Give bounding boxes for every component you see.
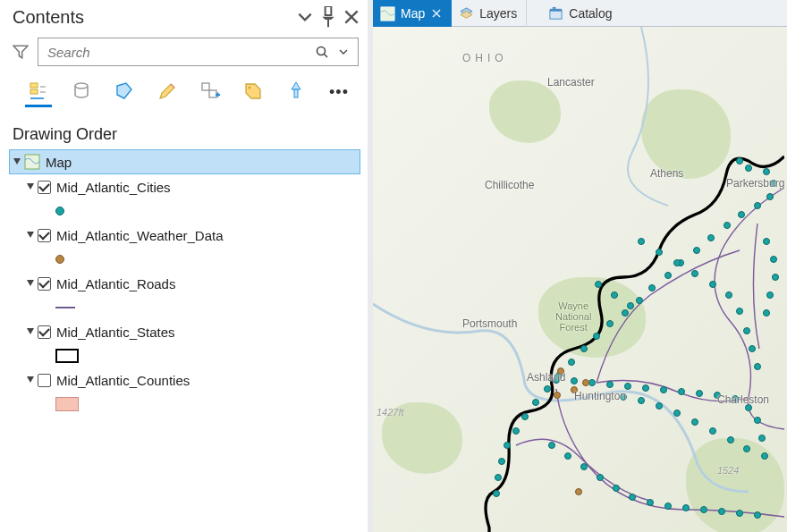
layer-node[interactable]: Mid_Atlantic_Roads xyxy=(23,271,360,296)
city-point[interactable] xyxy=(606,381,614,388)
city-point[interactable] xyxy=(664,272,672,279)
tab-map[interactable]: Map xyxy=(373,0,452,27)
city-point[interactable] xyxy=(593,333,600,340)
city-point[interactable] xyxy=(648,284,656,291)
city-point[interactable] xyxy=(738,211,745,218)
city-point[interactable] xyxy=(568,359,575,366)
layer-symbol[interactable] xyxy=(54,296,360,319)
city-point[interactable] xyxy=(629,494,636,501)
search-dropdown-icon[interactable] xyxy=(333,41,354,63)
layer-symbol[interactable] xyxy=(54,199,360,223)
city-point[interactable] xyxy=(544,385,551,393)
city-point[interactable] xyxy=(622,309,629,317)
caret-icon[interactable] xyxy=(25,182,36,192)
city-point[interactable] xyxy=(736,308,743,315)
city-point[interactable] xyxy=(770,256,777,263)
city-point[interactable] xyxy=(724,222,731,229)
more-options-button[interactable]: ••• xyxy=(326,77,352,107)
caret-icon[interactable] xyxy=(25,278,36,289)
city-point[interactable] xyxy=(660,386,667,393)
list-by-data-source-button[interactable] xyxy=(68,77,95,107)
city-point[interactable] xyxy=(736,157,743,165)
city-point[interactable] xyxy=(638,397,645,404)
city-point[interactable] xyxy=(647,499,654,506)
city-point[interactable] xyxy=(766,291,774,299)
city-point[interactable] xyxy=(696,390,703,397)
layer-node[interactable]: Mid_Atlantic_Counties xyxy=(23,367,360,393)
city-point[interactable] xyxy=(532,399,539,406)
tab-catalog[interactable]: Catalog xyxy=(527,0,621,27)
layer-checkbox[interactable] xyxy=(38,277,51,291)
city-point[interactable] xyxy=(664,502,672,510)
city-point[interactable] xyxy=(495,474,502,481)
city-point[interactable] xyxy=(772,274,779,281)
search-input[interactable] xyxy=(47,45,311,60)
list-by-drawing-order-button[interactable] xyxy=(25,77,52,107)
city-point[interactable] xyxy=(656,249,663,256)
layer-symbol[interactable] xyxy=(54,393,360,416)
city-point[interactable] xyxy=(548,442,555,449)
city-point[interactable] xyxy=(709,427,716,435)
city-point[interactable] xyxy=(571,377,578,384)
city-point[interactable] xyxy=(693,247,700,254)
city-point[interactable] xyxy=(758,435,766,442)
list-by-selection-button[interactable] xyxy=(111,77,138,107)
city-point[interactable] xyxy=(754,363,761,370)
options-caret-icon[interactable] xyxy=(296,8,314,26)
list-by-perspective-button[interactable] xyxy=(283,77,309,107)
city-point[interactable] xyxy=(766,193,774,200)
city-point[interactable] xyxy=(580,463,588,470)
layer-node[interactable]: Mid_Atlantic_Weather_Data xyxy=(23,223,360,248)
city-point[interactable] xyxy=(656,402,663,410)
list-by-snapping-button[interactable] xyxy=(197,77,224,107)
city-point[interactable] xyxy=(754,202,761,209)
layer-node[interactable]: Mid_Atlantic_States xyxy=(23,319,360,344)
city-point[interactable] xyxy=(749,345,756,352)
city-point[interactable] xyxy=(763,238,770,245)
city-point[interactable] xyxy=(673,410,681,417)
city-point[interactable] xyxy=(627,302,634,309)
city-point[interactable] xyxy=(498,458,505,465)
city-point[interactable] xyxy=(673,259,681,266)
caret-icon[interactable] xyxy=(25,230,36,241)
city-point[interactable] xyxy=(611,291,618,299)
layer-checkbox[interactable] xyxy=(38,181,51,194)
city-point[interactable] xyxy=(564,452,571,460)
weather-point[interactable] xyxy=(554,392,561,399)
city-point[interactable] xyxy=(521,413,529,420)
layer-node[interactable]: Mid_Atlantic_Cities xyxy=(23,174,360,199)
layer-symbol[interactable] xyxy=(54,344,360,367)
city-point[interactable] xyxy=(642,384,649,392)
weather-point[interactable] xyxy=(575,488,582,495)
city-point[interactable] xyxy=(718,508,725,515)
layer-checkbox[interactable] xyxy=(38,325,51,339)
filter-icon[interactable] xyxy=(9,38,32,65)
map-root-node[interactable]: Map xyxy=(9,149,360,174)
pin-icon[interactable] xyxy=(319,8,337,26)
weather-point[interactable] xyxy=(582,379,589,386)
city-point[interactable] xyxy=(588,379,596,386)
caret-icon[interactable] xyxy=(25,375,36,385)
layer-checkbox[interactable] xyxy=(38,374,51,387)
layer-symbol[interactable] xyxy=(54,248,360,271)
list-by-editing-button[interactable] xyxy=(154,77,181,107)
city-point[interactable] xyxy=(678,388,685,395)
caret-icon[interactable] xyxy=(12,156,22,167)
list-by-labeling-button[interactable] xyxy=(240,77,267,107)
city-point[interactable] xyxy=(691,418,698,426)
city-point[interactable] xyxy=(745,165,752,172)
city-point[interactable] xyxy=(736,510,743,517)
city-point[interactable] xyxy=(595,281,602,288)
tab-layers[interactable]: Layers xyxy=(452,0,527,27)
city-point[interactable] xyxy=(613,485,620,492)
city-point[interactable] xyxy=(754,417,761,424)
city-point[interactable] xyxy=(743,445,750,452)
city-point[interactable] xyxy=(763,309,770,317)
city-point[interactable] xyxy=(597,474,604,481)
layer-checkbox[interactable] xyxy=(38,229,51,242)
city-point[interactable] xyxy=(580,345,588,352)
city-point[interactable] xyxy=(636,297,643,304)
city-point[interactable] xyxy=(727,436,734,443)
city-point[interactable] xyxy=(743,327,750,334)
city-point[interactable] xyxy=(707,234,715,241)
